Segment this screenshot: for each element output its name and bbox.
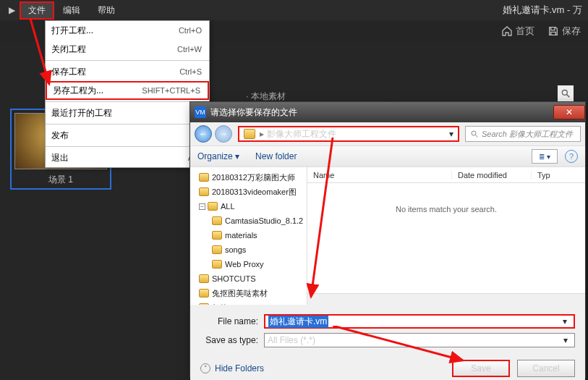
savetype-select[interactable]: All Files (*.*)▾ (264, 333, 575, 347)
menu-open-project[interactable]: 打开工程...Ctrl+O (46, 21, 209, 40)
tree-node[interactable]: materials (190, 228, 307, 242)
menu-file[interactable]: 文件 (20, 1, 54, 20)
tree-node[interactable]: SHOTCUTS (190, 271, 307, 286)
tree-node[interactable]: CamtasiaStudio_8.1.2 (190, 214, 307, 228)
chevron-up-icon: ˄ (200, 363, 210, 373)
home-button[interactable]: 首页 (501, 25, 534, 38)
save-dialog: VM 请选择你要保存的文件 ✕ ← → ▸ 影像大师工程文件 ▾ Search … (189, 101, 586, 378)
scene-caption: 场景 1 (14, 174, 107, 186)
chevron-down-icon[interactable]: ▾ (559, 316, 571, 326)
empty-message: No items match your search. (307, 205, 585, 214)
menu-edit[interactable]: 编辑 (54, 1, 89, 20)
folder-icon (212, 216, 222, 225)
menu-recent[interactable]: 最近打开的工程 (46, 104, 209, 122)
tree-node[interactable]: 权律二 (190, 300, 307, 305)
help-icon: ? (569, 152, 574, 161)
close-icon: ✕ (566, 107, 573, 117)
search-icon-box[interactable] (558, 85, 574, 101)
horizontal-scrollbar[interactable] (307, 293, 585, 305)
folder-icon (212, 260, 222, 269)
chevron-down-icon[interactable]: ▾ (449, 129, 453, 139)
play-icon: ▶ (9, 5, 15, 15)
menu-save-project[interactable]: 保存工程Ctrl+S (46, 62, 209, 81)
magnifier-icon (561, 88, 571, 98)
path-crumb[interactable]: ▸ 影像大师工程文件 ▾ (238, 126, 459, 142)
view-mode-button[interactable]: ≣ ▾ (532, 149, 558, 164)
floppy-icon (547, 25, 559, 37)
tree-node[interactable]: Web Proxy (190, 257, 307, 271)
chevron-down-icon[interactable]: ▾ (560, 335, 571, 345)
window-title: 婚礼邀请卡.vm - 万 (503, 4, 589, 17)
magnifier-icon (470, 130, 479, 138)
folder-icon (199, 274, 209, 283)
save-button[interactable]: Save (452, 360, 510, 377)
cancel-button[interactable]: Cancel (517, 360, 575, 377)
new-folder-button[interactable]: New folder (255, 151, 297, 161)
folder-icon (212, 231, 222, 240)
svg-line-3 (476, 135, 478, 138)
folder-icon (212, 245, 222, 254)
svg-point-0 (562, 90, 567, 95)
folder-icon (199, 187, 209, 196)
savetype-label: Save as type: (200, 335, 264, 345)
arrow-left-icon: ← (199, 129, 208, 139)
save-button-top[interactable]: 保存 (547, 25, 581, 38)
arrow-right-icon: → (219, 129, 228, 139)
organize-button[interactable]: Organize ▾ (197, 151, 239, 161)
svg-line-1 (567, 95, 570, 98)
menu-save-as[interactable]: 另存工程为...SHIFT+CTRL+S (46, 81, 209, 100)
nav-back-button[interactable]: ← (195, 125, 212, 143)
filename-label: File name: (200, 316, 264, 326)
folder-icon (199, 289, 209, 297)
folder-icon (199, 173, 209, 182)
tree-node[interactable]: −ALL (190, 199, 307, 214)
nav-forward-button[interactable]: → (215, 125, 232, 143)
collapse-icon[interactable]: − (199, 203, 205, 210)
menu-close-project[interactable]: 关闭工程Ctrl+W (46, 40, 209, 59)
tree-node[interactable]: 20180313videomaker图 (190, 185, 307, 199)
filename-input[interactable]: 婚礼邀请卡.vm▾ (264, 314, 575, 329)
svg-point-2 (472, 131, 476, 135)
folder-icon (244, 129, 255, 139)
dialog-title: 请选择你要保存的文件 (210, 106, 297, 119)
hide-folders-toggle[interactable]: ˄ Hide Folders (200, 363, 264, 373)
home-icon (501, 25, 513, 37)
tree-node[interactable]: 兔抠图美哒素材 (190, 286, 307, 300)
help-button[interactable]: ? (565, 150, 578, 163)
app-badge-icon: VM (195, 106, 206, 118)
menu-publish[interactable]: 发布 (46, 126, 209, 145)
dialog-search-input[interactable]: Search 影像大师工程文件 (465, 126, 581, 142)
folder-icon (199, 303, 209, 305)
folder-icon (208, 202, 218, 211)
dialog-close-button[interactable]: ✕ (553, 105, 585, 119)
folder-tree[interactable]: 20180312万彩脑图大师 20180313videomaker图 −ALL … (190, 167, 307, 305)
tree-node[interactable]: 20180312万彩脑图大师 (190, 170, 307, 185)
menu-exit[interactable]: 退出Alt+ (46, 148, 209, 167)
tree-node[interactable]: songs (190, 242, 307, 257)
list-header[interactable]: Name Date modified Typ (307, 167, 585, 183)
file-menu-dropdown: 打开工程...Ctrl+O 关闭工程Ctrl+W 保存工程Ctrl+S 另存工程… (45, 20, 210, 168)
menu-help[interactable]: 帮助 (89, 1, 124, 20)
